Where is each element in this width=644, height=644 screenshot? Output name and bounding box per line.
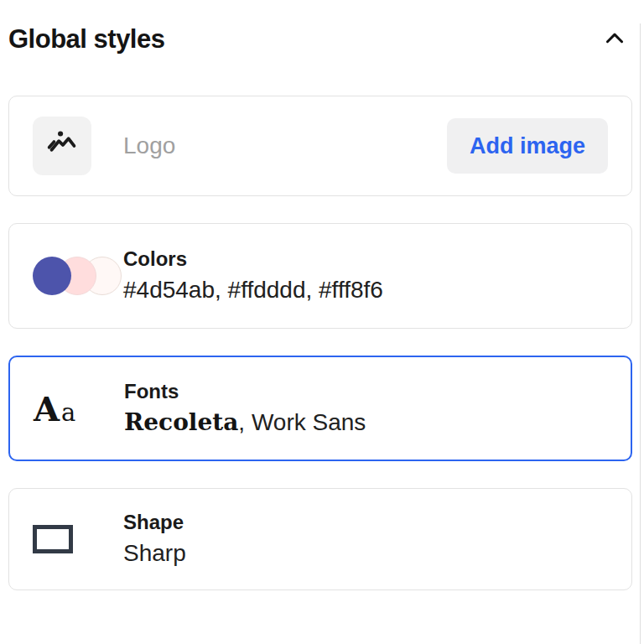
add-image-button[interactable]: Add image — [447, 118, 608, 174]
chevron-up-icon — [602, 26, 627, 54]
primary-font-name: Recoleta — [124, 408, 238, 436]
colors-icon-area — [33, 257, 123, 295]
fonts-card-value: Recoleta, Work Sans — [124, 406, 366, 439]
color-swatches — [33, 257, 122, 295]
color-swatch-blue — [33, 257, 71, 295]
logo-upload-tile[interactable] — [33, 117, 91, 175]
global-styles-panel: Global styles — [0, 23, 644, 644]
collapse-section-button[interactable] — [600, 25, 629, 54]
panel-header: Global styles — [8, 23, 629, 55]
colors-card[interactable]: Colors #4d54ab, #ffdddd, #fff8f6 — [8, 223, 632, 329]
fonts-card-text: Fonts Recoleta, Work Sans — [124, 377, 366, 439]
logo-placeholder-label: Logo — [123, 132, 175, 159]
shape-icon-area — [33, 525, 123, 553]
shape-card[interactable]: Shape Sharp — [8, 488, 632, 590]
style-cards-list: Logo Add image Colors #4d54ab, #ffdddd, … — [8, 96, 632, 590]
fonts-card-title: Fonts — [124, 377, 366, 406]
colors-card-text: Colors #4d54ab, #ffdddd, #fff8f6 — [123, 245, 383, 307]
shape-card-text: Shape Sharp — [123, 508, 186, 570]
panel-right-border — [640, 23, 641, 644]
page-title: Global styles — [8, 24, 164, 55]
rectangle-shape-icon — [33, 525, 73, 553]
fonts-aa-icon: A a — [34, 389, 75, 428]
shape-card-title: Shape — [123, 508, 186, 537]
fonts-icon-area: A a — [34, 389, 124, 428]
shape-card-value: Sharp — [123, 537, 186, 570]
logo-card[interactable]: Logo Add image — [8, 96, 632, 196]
logo-icon-area — [33, 117, 123, 175]
fonts-card[interactable]: A a Fonts Recoleta, Work Sans — [8, 356, 632, 461]
secondary-font-name: , Work Sans — [238, 409, 366, 435]
colors-card-title: Colors — [123, 245, 383, 273]
image-placeholder-icon — [43, 125, 81, 167]
colors-card-value: #4d54ab, #ffdddd, #fff8f6 — [123, 273, 383, 307]
